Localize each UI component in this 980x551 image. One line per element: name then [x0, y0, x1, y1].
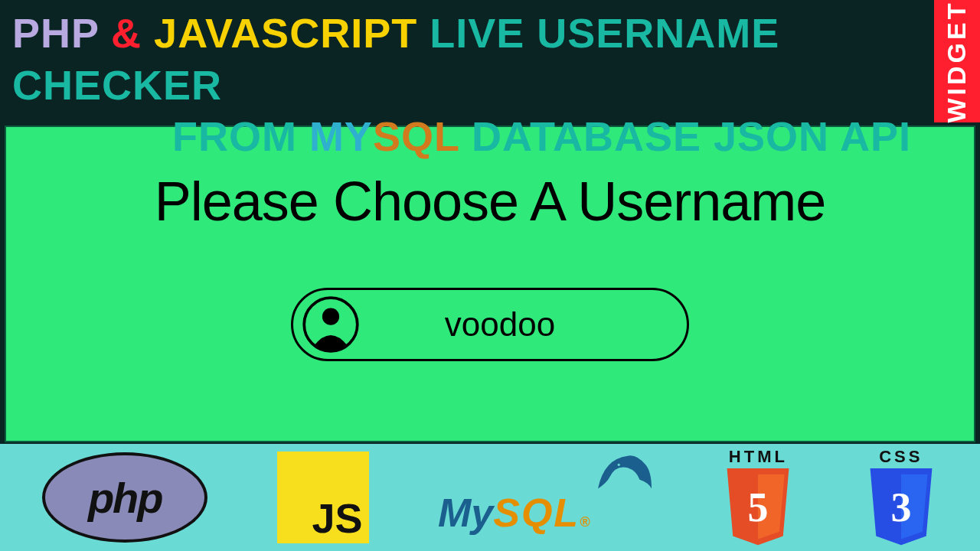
js-logo-text: JS	[312, 494, 363, 542]
username-value: voodoo	[359, 305, 687, 344]
title-word-js: JAVASCRIPT	[154, 10, 417, 56]
widget-badge-text: WIDGET	[942, 0, 972, 122]
svg-point-3	[618, 464, 620, 466]
mysql-logo: MySQL®	[438, 452, 652, 543]
js-logo-icon: JS	[277, 452, 369, 543]
php-logo: php	[42, 452, 207, 543]
mysql-logo-text: MySQL®	[438, 490, 590, 536]
prompt-text: Please Choose A Username	[155, 170, 826, 233]
title-line-2: FROM MYSQL DATABASE JSON API	[8, 111, 972, 163]
title-line-1: PHP & JAVASCRIPT LIVE USERNAME CHECKER	[8, 8, 972, 111]
php-logo-text: php	[88, 473, 162, 523]
css3-label: CSS	[879, 447, 923, 467]
html5-label: HTML	[729, 447, 788, 467]
title-amp: &	[111, 10, 142, 56]
html5-shield-icon: 5	[721, 468, 795, 548]
title-word-sql: SQL	[373, 113, 459, 159]
username-panel: Please Choose A Username voodoo	[5, 126, 975, 442]
css3-shield-icon: 3	[864, 468, 938, 548]
title-rest-2: DATABASE JSON API	[472, 113, 911, 159]
css3-number: 3	[890, 484, 911, 530]
title-word-from: FROM	[172, 113, 297, 159]
dolphin-icon	[594, 447, 655, 500]
html5-number: 5	[748, 484, 769, 530]
username-input[interactable]: voodoo	[291, 288, 689, 361]
html5-logo: HTML 5	[721, 447, 795, 548]
mysql-my: My	[438, 491, 493, 535]
title-word-php: PHP	[12, 10, 99, 56]
mysql-reg: ®	[580, 514, 590, 530]
user-icon	[302, 296, 359, 353]
js-logo: JS	[277, 452, 369, 543]
mysql-sql: SQL	[493, 491, 580, 535]
tech-logos: php JS MySQL® HTML 5 CSS	[0, 444, 980, 551]
css3-logo: CSS 3	[864, 447, 938, 548]
title-word-my: MY	[309, 113, 373, 159]
header: PHP & JAVASCRIPT LIVE USERNAME CHECKER F…	[0, 0, 980, 122]
svg-point-1	[322, 308, 339, 325]
widget-badge: WIDGET	[934, 0, 980, 122]
php-logo-icon: php	[42, 452, 207, 543]
